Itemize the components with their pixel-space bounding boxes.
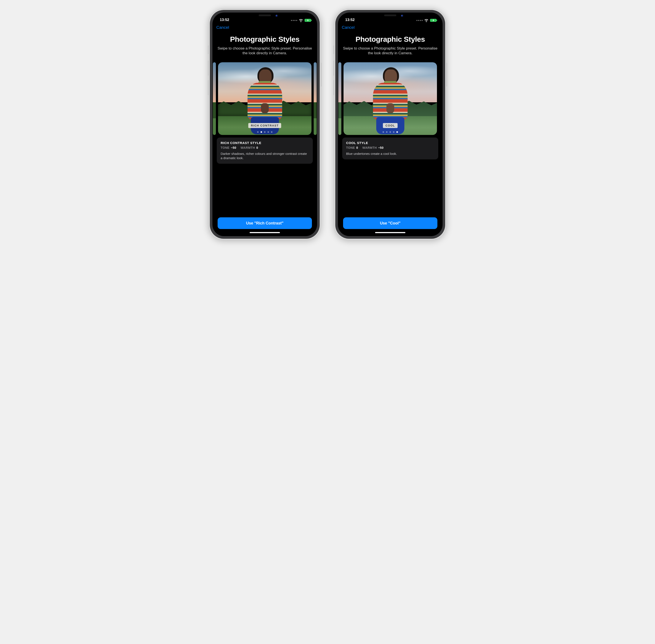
tone-label: TONE — [221, 146, 229, 150]
warmth-value: 0 — [256, 146, 258, 150]
carousel-peek-left[interactable] — [338, 62, 341, 135]
style-preview-card[interactable]: RICH CONTRAST — [218, 62, 312, 135]
battery-charging-icon — [304, 19, 311, 22]
page-indicator — [383, 131, 398, 133]
front-camera-icon — [401, 15, 403, 17]
style-preview-card[interactable]: COOL — [343, 62, 437, 135]
notch — [370, 13, 411, 19]
notch — [244, 13, 285, 19]
cellular-icon — [416, 20, 423, 21]
style-info-card: COOL STYLE TONE0 WARMTH−50 Blue underton… — [342, 138, 438, 159]
home-indicator[interactable] — [375, 232, 405, 233]
tone-label: TONE — [346, 146, 355, 150]
warmth-label: WARMTH — [241, 146, 255, 150]
style-description: Darker shadows, richer colours and stron… — [221, 152, 309, 160]
warmth-label: WARMTH — [362, 146, 377, 150]
cancel-button[interactable]: Cancel — [342, 25, 355, 30]
status-time: 13:52 — [345, 18, 355, 22]
wifi-icon — [299, 19, 303, 22]
page-subtitle: Swipe to choose a Photographic Style pre… — [217, 46, 312, 56]
style-info-card: RICH CONTRAST STYLE TONE−50 WARMTH0 Dark… — [217, 138, 313, 164]
carousel-peek-left[interactable] — [213, 62, 216, 135]
style-carousel[interactable]: RICH CONTRAST — [212, 62, 317, 135]
style-name: COOL STYLE — [346, 141, 434, 145]
style-description: Blue undertones create a cool look. — [346, 152, 434, 156]
cellular-icon — [291, 20, 297, 21]
use-style-button[interactable]: Use "Cool" — [343, 217, 437, 229]
style-name: RICH CONTRAST STYLE — [221, 141, 309, 145]
cancel-button[interactable]: Cancel — [216, 25, 229, 30]
battery-charging-icon — [430, 19, 436, 22]
use-style-button[interactable]: Use "Rich Contrast" — [218, 217, 312, 229]
tone-value: 0 — [356, 146, 358, 150]
tone-param: TONE−50 — [221, 146, 236, 150]
device-frame-right: 13:52 Cancel Photographic Styles Swipe t… — [334, 9, 447, 240]
style-carousel[interactable]: COOL — [338, 62, 443, 135]
page-subtitle: Swipe to choose a Photographic Style pre… — [343, 46, 438, 56]
style-badge: COOL — [383, 123, 398, 128]
status-time: 13:52 — [220, 18, 229, 22]
style-badge: RICH CONTRAST — [248, 123, 281, 128]
home-indicator[interactable] — [250, 232, 280, 233]
carousel-peek-right[interactable] — [314, 62, 317, 135]
page-title: Photographic Styles — [343, 35, 438, 44]
warmth-param: WARMTH−50 — [362, 146, 384, 150]
warmth-value: −50 — [378, 146, 384, 150]
warmth-param: WARMTH0 — [241, 146, 258, 150]
page-indicator — [257, 131, 273, 133]
wifi-icon — [424, 19, 429, 22]
front-camera-icon — [275, 15, 278, 17]
tone-param: TONE0 — [346, 146, 358, 150]
tone-value: −50 — [231, 146, 236, 150]
page-title: Photographic Styles — [217, 35, 312, 44]
device-frame-left: 13:52 Cancel Photographic Styles Swipe t… — [208, 9, 321, 240]
